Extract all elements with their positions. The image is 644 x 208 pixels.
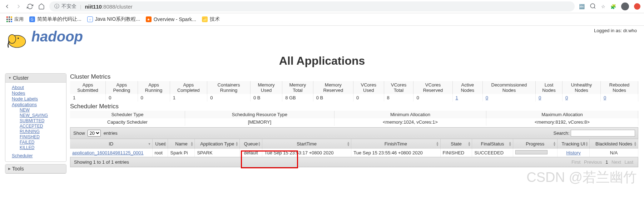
sidebar-scheduler[interactable]: Scheduler (12, 153, 64, 158)
apps-grid-icon (6, 16, 12, 22)
bookmark-icon: ★ (146, 16, 152, 22)
sidebar-new-saving[interactable]: NEW_SAVING (20, 113, 64, 118)
home-button[interactable] (38, 3, 45, 10)
node-link[interactable]: 0 (486, 95, 488, 100)
sort-icon: ▲▼ (509, 142, 512, 147)
app-id-link[interactable]: application_1600184981125_0001 (72, 150, 144, 155)
node-link[interactable]: 0 (604, 95, 606, 100)
forward-button[interactable] (15, 3, 22, 10)
url-bar[interactable]: ⓘ 不安全 | niit110:8088/cluster (49, 1, 575, 11)
node-link[interactable]: 0 (539, 95, 541, 100)
column-header: VCores Used (353, 81, 384, 94)
column-header: Scheduling Resource Type (185, 111, 334, 118)
sort-icon: ▲▼ (468, 142, 471, 147)
sidebar-node-labels[interactable]: Node Labels (12, 96, 64, 101)
sort-icon: ▲▼ (347, 142, 350, 147)
bookmark-1[interactable]: G简简单单的代码让... (29, 16, 81, 23)
column-header[interactable]: User▲▼ (152, 139, 168, 149)
apps-shortcut[interactable]: 应用 (6, 16, 24, 23)
first-button[interactable]: First (571, 159, 580, 165)
login-status: Logged in as: dr.who (594, 28, 637, 33)
svg-line-1 (594, 7, 595, 8)
node-link[interactable]: 0 (565, 95, 568, 100)
sort-icon: ▲▼ (258, 142, 261, 147)
metric-cell: 0 (353, 94, 384, 101)
collapse-icon: ▼ (8, 76, 11, 80)
next-button[interactable]: Next (611, 159, 621, 165)
sidebar-about[interactable]: About (12, 85, 64, 90)
metric-cell: 0 B (250, 94, 282, 101)
column-header[interactable]: FinishTime▲▼ (351, 139, 440, 149)
profile-icon[interactable] (621, 3, 629, 10)
column-header[interactable]: Queue▲▼ (240, 139, 262, 149)
translate-icon[interactable]: 🔤 (579, 4, 585, 9)
column-header[interactable]: Tracking UI▲▼ (557, 139, 589, 149)
column-header[interactable]: Blacklisted Nodes▲▼ (590, 139, 638, 149)
column-header: Apps Running (138, 81, 170, 94)
column-header[interactable]: FinalStatus▲▼ (472, 139, 513, 149)
app-name: Spark Pi (168, 149, 195, 157)
metric-cell: 8 (384, 94, 413, 101)
sort-icon: ▲▼ (164, 142, 167, 147)
app-progress (513, 149, 557, 157)
app-type: SPARK (195, 149, 240, 157)
page-title: All Applications (0, 54, 644, 68)
sidebar-running[interactable]: RUNNING (20, 129, 64, 134)
column-header[interactable]: Application Type▲▼ (195, 139, 240, 149)
expand-icon: ▶ (8, 167, 11, 170)
column-header: Unhealthy Nodes (562, 81, 600, 94)
sidebar-tools-header[interactable]: ▶Tools (5, 164, 66, 173)
metric-cell: [MEMORY] (185, 118, 334, 126)
column-header[interactable]: ID▼ (70, 139, 152, 149)
app-final: SUCCEEDED (472, 149, 513, 157)
back-button[interactable] (4, 3, 11, 10)
sidebar-finished[interactable]: FINISHED (20, 134, 64, 139)
update-icon[interactable] (634, 3, 640, 10)
bookmark-4[interactable]: 📁技术 (202, 16, 220, 23)
column-header: Apps Submitted (70, 81, 106, 94)
metric-cell: <memory:8192, vCores:8> (486, 118, 638, 126)
column-header: Rebooted Nodes (600, 81, 638, 94)
column-header: Memory Reserved (313, 81, 353, 94)
tracking-link[interactable]: History (566, 150, 580, 155)
reload-button[interactable] (26, 3, 34, 10)
hadoop-logo[interactable]: hadoop (6, 29, 83, 50)
sidebar-failed[interactable]: FAILED (20, 140, 64, 145)
entries-select[interactable]: 20 (88, 130, 101, 137)
show-label: Show (73, 130, 85, 136)
column-header[interactable]: StartTime▲▼ (262, 139, 351, 149)
sort-icon: ▼ (148, 143, 151, 145)
search-input[interactable] (571, 130, 635, 137)
sidebar-applications[interactable]: Applications (12, 102, 64, 107)
page-number[interactable]: 1 (605, 159, 608, 165)
sidebar-accepted[interactable]: ACCEPTED (20, 124, 64, 129)
column-header[interactable]: State▲▼ (440, 139, 472, 149)
column-header[interactable]: Name▲▼ (168, 139, 195, 149)
sidebar-killed[interactable]: KILLED (20, 145, 64, 150)
last-button[interactable]: Last (624, 159, 633, 165)
svg-point-0 (590, 4, 595, 8)
bookmark-2[interactable]: ○Java NIO系列教程... (87, 16, 140, 23)
app-start: Tue Sep 15 23:53:17 +0800 2020 (262, 149, 351, 157)
column-header[interactable]: Progress▲▼ (513, 139, 557, 149)
extensions-icon[interactable]: 🧩 (610, 4, 616, 9)
sidebar-nodes[interactable]: Nodes (12, 90, 64, 96)
metric-cell: 0 (536, 94, 563, 101)
metric-cell: 0 (600, 94, 638, 101)
zoom-icon[interactable] (590, 3, 596, 10)
security-indicator[interactable]: ⓘ 不安全 (54, 3, 76, 10)
column-header: Containers Running (207, 81, 251, 94)
cluster-metrics-heading: Cluster Metrics (70, 73, 638, 80)
bookmark-icon: 📁 (202, 16, 208, 22)
metric-cell: 0 (562, 94, 600, 101)
app-state: FINISHED (440, 149, 472, 157)
bookmark-3[interactable]: ★Overview - Spark... (146, 16, 196, 22)
sort-icon: ▲▼ (190, 142, 194, 147)
sidebar-cluster-header[interactable]: ▼Cluster (5, 74, 66, 83)
sidebar-new[interactable]: NEW (20, 108, 64, 113)
sidebar-submitted[interactable]: SUBMITTED (20, 118, 64, 123)
metric-cell: 0 (207, 94, 251, 101)
node-link[interactable]: 1 (456, 95, 458, 100)
prev-button[interactable]: Previous (584, 159, 602, 165)
bookmark-star-icon[interactable]: ☆ (601, 4, 605, 9)
